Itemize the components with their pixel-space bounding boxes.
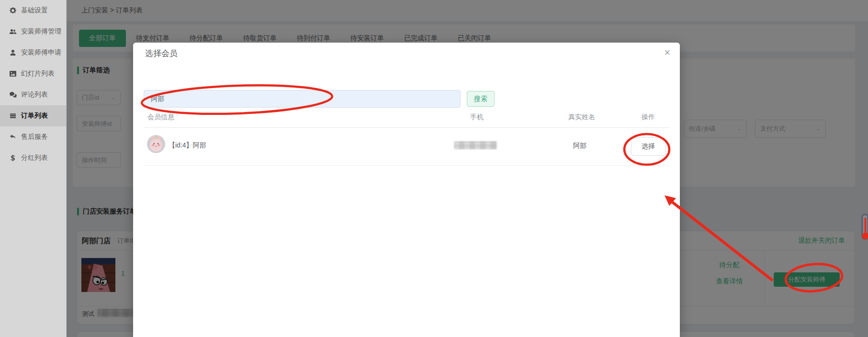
table-row-divider xyxy=(144,165,669,166)
sidebar-item-label: 安装师傅申请 xyxy=(21,48,61,57)
col-header-real-name: 真实姓名 xyxy=(568,113,595,122)
search-button[interactable]: 搜索 xyxy=(467,91,495,107)
member-search-input[interactable] xyxy=(144,90,461,108)
sidebar-item-label: 订单列表 xyxy=(21,112,48,120)
sidebar-item-installer-manage[interactable]: 安装师傅管理 xyxy=(0,21,66,42)
col-header-phone: 手机 xyxy=(470,113,484,122)
sidebar-item-basic-settings[interactable]: 基础设置 xyxy=(0,0,66,21)
user-icon xyxy=(9,49,17,57)
slideshow-icon xyxy=(9,70,17,78)
gear-icon xyxy=(9,7,17,15)
sidebar-item-comment-list[interactable]: 评论列表 xyxy=(0,84,66,105)
sidebar-item-label: 评论列表 xyxy=(21,90,48,99)
sidebar-item-dividend-list[interactable]: 分红列表 xyxy=(0,147,66,168)
sidebar-item-aftersale-service[interactable]: 售后服务 xyxy=(0,126,66,147)
member-phone-redacted xyxy=(454,141,497,149)
sidebar-item-label: 基础设置 xyxy=(21,6,48,15)
member-real-name: 阿部 xyxy=(573,142,586,150)
sidebar-item-label: 分红列表 xyxy=(21,154,48,162)
list-icon xyxy=(9,112,17,120)
aftersale-icon xyxy=(9,133,17,141)
dividend-icon xyxy=(9,154,17,162)
dialog-title: 选择会员 xyxy=(145,48,178,59)
users-icon xyxy=(9,28,17,36)
sidebar-item-label: 安装师傅管理 xyxy=(21,27,61,36)
sidebar-item-label: 幻灯片列表 xyxy=(21,69,55,78)
member-avatar xyxy=(147,135,165,153)
sidebar-item-order-list[interactable]: 订单列表 xyxy=(0,105,66,126)
sidebar-item-slideshow-list[interactable]: 幻灯片列表 xyxy=(0,63,66,84)
sidebar-item-installer-apply[interactable]: 安装师傅申请 xyxy=(0,42,66,63)
sidebar: 基础设置 安装师傅管理 安装师傅申请 幻灯片列表 评论列表 订单列表 售后服务 … xyxy=(0,0,67,337)
close-icon[interactable]: × xyxy=(662,45,672,60)
col-header-action: 操作 xyxy=(642,113,655,122)
comments-icon xyxy=(9,91,17,99)
member-name: 【id:4】阿部 xyxy=(169,141,206,150)
sidebar-item-label: 售后服务 xyxy=(21,133,48,141)
table-header-divider xyxy=(144,127,669,128)
col-header-member-info: 会员信息 xyxy=(147,113,174,122)
select-member-button[interactable]: 选择 xyxy=(631,137,665,156)
select-member-dialog: 选择会员 × 搜索 会员信息 手机 真实姓名 操作 【id:4】阿部 阿部 选择 xyxy=(133,43,680,337)
